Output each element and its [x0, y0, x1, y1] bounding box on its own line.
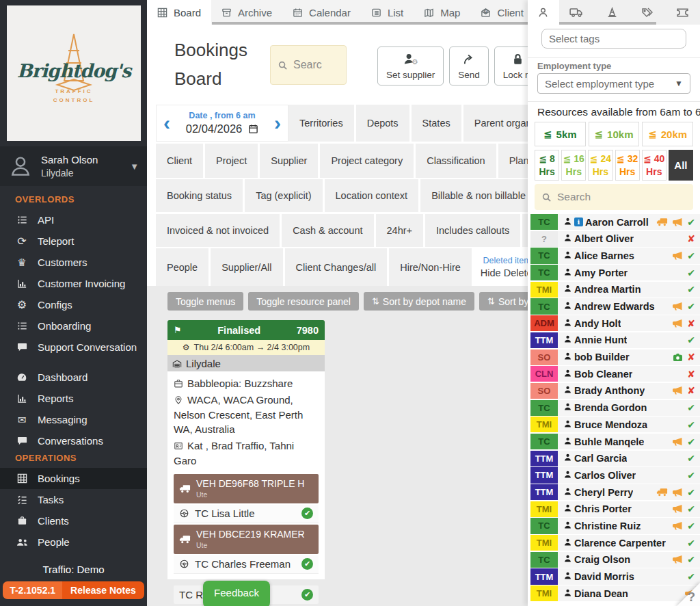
filter-client-changes-all[interactable]: Client Changes/all	[285, 248, 388, 287]
sidebar-item-api[interactable]: API	[0, 209, 147, 230]
sort-by-depot-name-button[interactable]: ⇅ Sort by depot name	[364, 292, 474, 311]
tab-list[interactable]: List	[361, 0, 414, 25]
resource-row[interactable]: TC Craig Olson ✔	[530, 552, 700, 568]
resource-row[interactable]: TC i Aaron Carroll ✔	[530, 214, 700, 230]
filter-deleted-items[interactable]: Deleted items Hide Deleted	[474, 248, 528, 287]
user-menu[interactable]: Sarah Olson Lilydale ▼	[0, 146, 147, 186]
sidebar-item-reports[interactable]: Reports	[0, 388, 147, 409]
filter-hire-non-hire[interactable]: Hire/Non-Hire	[389, 248, 472, 287]
driver-row[interactable]: TC Lisa Little ✔	[174, 505, 319, 523]
select-tags-input[interactable]	[549, 33, 679, 44]
filter-booking-status[interactable]: Booking status	[156, 179, 243, 212]
sidebar-item-dashboard[interactable]: Dashboard	[0, 367, 147, 388]
help-corner[interactable]: ?	[669, 575, 700, 606]
sidebar-item-onboarding[interactable]: Onboarding	[0, 315, 147, 337]
filter-24hr-[interactable]: 24hr+	[376, 214, 424, 247]
sidebar-item-messaging[interactable]: ✉ Messaging	[0, 409, 147, 430]
sort-by-client-n-button[interactable]: ⇅ Sort by client n	[479, 292, 528, 311]
sidebar-item-customers[interactable]: ♛ Customers	[0, 252, 147, 273]
resource-row[interactable]: TTM Carl Garcia ✔	[530, 451, 700, 466]
calendar-icon[interactable]	[248, 124, 258, 134]
bookings-search[interactable]	[270, 45, 347, 85]
resource-row[interactable]: SO Brady Anthony ✘	[530, 383, 700, 399]
release-notes-link[interactable]: Release Notes	[62, 581, 144, 599]
resource-search[interactable]	[535, 184, 693, 210]
ticket-tab[interactable]	[664, 0, 700, 25]
toggle-menus-button[interactable]: Toggle menus	[167, 292, 243, 311]
filter-territories[interactable]: Territories	[288, 105, 354, 142]
send-button[interactable]: Send	[449, 47, 489, 85]
sidebar-item-teleport[interactable]: ⟳ Teleport	[0, 230, 147, 252]
release-notes-badge[interactable]: T-2.1052.1 Release Notes	[3, 581, 144, 599]
hours-filter-8[interactable]: ≦ 8 Hrs	[535, 150, 559, 181]
resource-row[interactable]: TC Christine Ruiz ✔	[530, 518, 700, 533]
tags-tab[interactable]	[630, 0, 665, 25]
vehicle-row[interactable]: VEH DE96F68 TRIPLE H Ute	[174, 474, 319, 503]
resource-row[interactable]: CLN Bob Cleaner ✘	[530, 366, 700, 382]
sidebar-item-configs[interactable]: ⚙ Configs	[0, 294, 147, 315]
resource-row[interactable]: TC Buhle Manqele ✔	[530, 434, 700, 449]
tab-board[interactable]: Board	[147, 0, 211, 25]
filter-i[interactable]: I	[522, 214, 528, 247]
distance-filter-10km[interactable]: ≦ 10km	[589, 122, 640, 146]
vehicle-row[interactable]: VEH DBCE219 KRAMER Ute	[174, 525, 319, 554]
sidebar-item-conversations[interactable]: Conversations	[0, 430, 147, 451]
hours-filter-32[interactable]: ≦ 32 Hrs	[615, 150, 640, 181]
distance-filter-20km[interactable]: ≦ 20km	[642, 122, 693, 146]
resource-row[interactable]: TTM Cheryl Perry ✔	[530, 484, 700, 500]
resource-row[interactable]: TC Brenda Gordon ✔	[530, 400, 700, 416]
set-supplier-button[interactable]: ⚙ Set supplier	[377, 47, 444, 85]
feedback-button[interactable]: Feedback	[203, 581, 270, 606]
tab-client[interactable]: $ Client	[470, 0, 528, 25]
resource-row[interactable]: TMI Chris Porter ✔	[530, 501, 700, 517]
resource-row[interactable]: SO bob Builder ✘	[530, 350, 700, 365]
booking-card[interactable]: ⚑ Finalised 7980 ⚙ Thu 2/4 6:00am → 2/4 …	[167, 320, 325, 606]
resource-row[interactable]: ? Albert Oliver ✘	[530, 231, 700, 247]
resource-row[interactable]: TTM Carlos Oliver ✔	[530, 467, 700, 483]
resource-search-input[interactable]	[557, 191, 686, 203]
resource-row[interactable]: TC Alice Barnes ✔	[530, 248, 700, 263]
filter-includes-callouts[interactable]: Includes callouts	[425, 214, 520, 247]
info-icon[interactable]: i	[574, 218, 583, 226]
resource-row[interactable]: TC Andrew Edwards ✔	[530, 298, 700, 314]
filter-plani[interactable]: Plani	[498, 144, 528, 178]
toggle-resource-panel-button[interactable]: Toggle resource panel	[248, 292, 359, 311]
next-day-button[interactable]: ›	[274, 113, 281, 133]
filter-classification[interactable]: Classification	[416, 144, 496, 178]
hours-filter-16[interactable]: ≦ 16 Hrs	[561, 150, 586, 181]
lock-m-button[interactable]: Lock m	[494, 47, 528, 85]
hours-filter-40[interactable]: ≦ 40 Hrs	[642, 150, 667, 181]
tab-map[interactable]: Map	[414, 0, 470, 25]
filter-supplier[interactable]: Supplier	[260, 144, 318, 178]
driver-row[interactable]: TC Charles Freeman ✔	[174, 555, 319, 574]
select-tags-field[interactable]	[541, 29, 686, 49]
vehicles-tab[interactable]	[559, 0, 595, 25]
prev-day-button[interactable]: ‹	[163, 113, 170, 133]
filter-tag-explicit-[interactable]: Tag (explicit)	[245, 179, 322, 212]
filter-project[interactable]: Project	[205, 144, 258, 178]
sidebar-item-support-conversation[interactable]: Support Conversation	[0, 337, 147, 358]
filter-client[interactable]: Client	[156, 144, 203, 178]
filter-location-context[interactable]: Location context	[325, 179, 419, 212]
filter-project-category[interactable]: Project category	[320, 144, 414, 178]
resource-row[interactable]: TTM Annie Hunt ✔	[530, 332, 700, 348]
filter-depots[interactable]: Depots	[356, 105, 409, 142]
sidebar-item-customer-invoicing[interactable]: Customer Invoicing	[0, 273, 147, 294]
filter-supplier-all[interactable]: Supplier/All	[211, 248, 282, 287]
filter-states[interactable]: States	[412, 105, 461, 142]
filter-invoiced-not-invoiced[interactable]: Invoiced & not invoiced	[156, 214, 280, 247]
employment-type-select[interactable]: Select employment type ▼	[537, 73, 690, 94]
resource-row[interactable]: TC Amy Porter ✔	[530, 265, 700, 280]
distance-filter-5km[interactable]: ≦ 5km	[535, 122, 586, 146]
resource-row[interactable]: TMI Clarence Carpenter ✔	[530, 535, 700, 551]
resource-row[interactable]: TMI Bruce Mendoza ✔	[530, 417, 700, 432]
equipment-tab[interactable]	[594, 0, 630, 25]
tab-archive[interactable]: Archive	[211, 0, 282, 25]
resource-row[interactable]: ADM Andy Holt ✘	[530, 315, 700, 331]
filter-parent-organi[interactable]: Parent organi	[463, 105, 528, 142]
people-tab[interactable]	[528, 0, 559, 25]
filter-people[interactable]: People	[156, 248, 208, 287]
date-value[interactable]: 02/04/2026	[186, 122, 243, 135]
search-input[interactable]	[293, 59, 334, 71]
sidebar-item-clients[interactable]: Clients	[0, 510, 147, 531]
